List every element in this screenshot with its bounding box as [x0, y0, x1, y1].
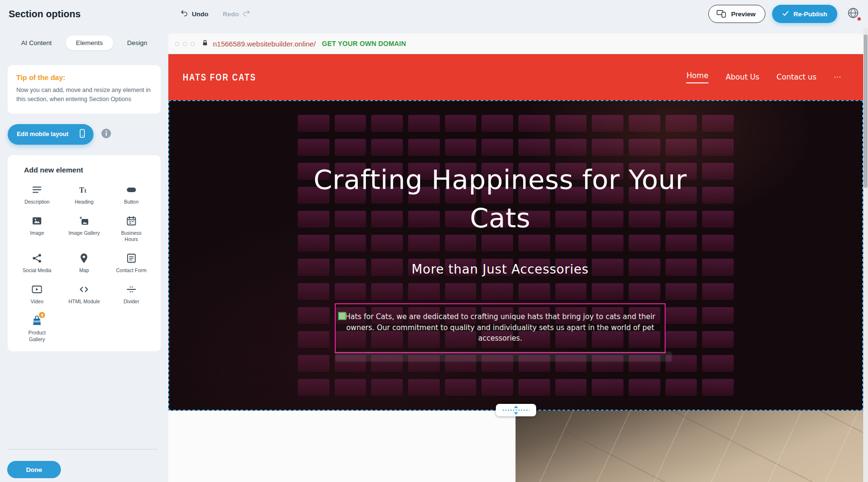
element-image-gallery[interactable]: Image Gallery — [60, 215, 107, 242]
hero-tile — [408, 379, 440, 396]
sidebar-divider — [7, 449, 158, 449]
hero-subtitle[interactable]: More than Just Accessories — [169, 262, 831, 276]
site-preview: HATS FOR CATS Home About Us Contact us ⋯… — [168, 54, 863, 482]
devices-icon — [716, 9, 727, 20]
element-grid: Description Tt Heading Button Image — [13, 184, 155, 343]
redo-button[interactable]: Redo — [223, 9, 251, 19]
element-map[interactable]: Map — [60, 252, 107, 274]
undo-icon — [180, 9, 188, 19]
hero-body-text[interactable]: Hats for Cats, we are dedicated to craft… — [340, 311, 660, 344]
video-icon — [31, 283, 43, 296]
sidebar-tabs: AI Content Elements Design — [8, 34, 161, 51]
notification-dot — [857, 17, 861, 21]
resize-arrows-icon — [501, 405, 531, 415]
site-nav: Home About Us Contact us ⋯ — [686, 71, 841, 83]
tab-elements[interactable]: Elements — [66, 35, 113, 50]
get-domain-link[interactable]: GET YOUR OWN DOMAIN — [322, 40, 406, 47]
republish-button[interactable]: Re-Publish — [772, 5, 837, 23]
hero-content: Crafting Happiness for Your Cats More th… — [169, 101, 831, 353]
undo-redo-group: Undo Redo — [180, 0, 250, 28]
hero-tile — [298, 379, 329, 396]
website-canvas: n1566589.websitebuilder.online/ GET YOUR… — [168, 28, 863, 482]
divider-icon — [125, 283, 138, 296]
element-video[interactable]: Video — [13, 283, 60, 305]
hero-tile — [702, 379, 734, 396]
tab-design[interactable]: Design — [124, 35, 150, 50]
element-social-media[interactable]: Social Media — [13, 252, 60, 274]
page-scrollbar[interactable] — [863, 28, 868, 482]
hero-tile — [592, 379, 623, 396]
undo-button[interactable]: Undo — [180, 9, 209, 19]
done-button[interactable]: Done — [7, 461, 61, 478]
add-element-title: Add new element — [24, 166, 155, 174]
element-image[interactable]: Image — [13, 215, 60, 242]
edit-mobile-layout-button[interactable]: Edit mobile layout — [8, 124, 94, 145]
hero-tile — [555, 379, 587, 396]
hero-tile — [371, 379, 403, 396]
hero-text-element-selected[interactable]: Hats for Cats, we are dedicated to craft… — [335, 303, 666, 353]
section-options-sidebar: AI Content Elements Design Tip of the da… — [0, 28, 168, 482]
svg-text:SHOP: SHOP — [34, 321, 40, 323]
nav-about-us[interactable]: About Us — [726, 73, 759, 81]
hero-tile — [702, 355, 734, 372]
info-icon[interactable] — [101, 128, 112, 141]
nav-more-icon[interactable]: ⋯ — [834, 73, 842, 81]
element-description[interactable]: Description — [13, 184, 60, 205]
element-divider[interactable]: Divider — [108, 283, 155, 305]
tip-of-the-day-card: Tip of the day: Now you can add, move an… — [8, 65, 161, 114]
redo-icon — [242, 9, 250, 19]
element-business-hours[interactable]: Business Hours — [108, 215, 155, 242]
element-contact-form[interactable]: Contact Form — [108, 252, 155, 274]
image-icon — [31, 215, 43, 227]
window-dots-icon — [175, 42, 195, 46]
preview-button[interactable]: Preview — [708, 5, 765, 23]
map-icon — [78, 252, 90, 264]
lock-icon — [201, 39, 209, 48]
redo-label: Redo — [223, 11, 239, 18]
mobile-layout-row: Edit mobile layout — [8, 124, 161, 145]
scrollbar-thumb[interactable] — [864, 34, 868, 188]
contact-form-icon — [125, 252, 138, 264]
description-icon — [31, 184, 43, 196]
element-heading[interactable]: Tt Heading — [60, 184, 107, 205]
hero-title[interactable]: Crafting Happiness for Your Cats — [304, 161, 697, 237]
preview-label: Preview — [731, 11, 755, 18]
business-hours-icon — [125, 215, 138, 227]
undo-label: Undo — [192, 11, 209, 18]
hero-tile — [445, 379, 477, 396]
element-product-gallery[interactable]: SHOP Product Gallery — [13, 314, 60, 342]
phone-icon — [77, 128, 87, 140]
nav-home[interactable]: Home — [686, 71, 708, 83]
site-url[interactable]: n1566589.websitebuilder.online/ — [213, 40, 316, 48]
check-icon — [782, 11, 789, 18]
social-media-icon — [31, 252, 43, 264]
next-section[interactable] — [168, 411, 863, 482]
hero-tile — [518, 379, 550, 396]
site-logo[interactable]: HATS FOR CATS — [183, 71, 256, 82]
site-header: HATS FOR CATS Home About Us Contact us ⋯ — [168, 54, 863, 100]
upgrade-badge-icon — [39, 312, 45, 318]
image-gallery-icon — [78, 215, 90, 227]
hero-section-selected[interactable]: Crafting Happiness for Your Cats More th… — [168, 100, 863, 411]
hero-tile — [335, 379, 366, 396]
svg-text:T: T — [79, 186, 84, 194]
hero-tile — [629, 379, 660, 396]
hero-tile — [298, 355, 329, 372]
hero-tile — [666, 379, 697, 396]
tip-title: Tip of the day: — [16, 73, 152, 81]
nav-contact-us[interactable]: Contact us — [776, 73, 816, 81]
page-title: Section options — [9, 9, 81, 20]
add-element-panel: Add new element Description Tt Heading B… — [8, 155, 161, 351]
browser-bar: n1566589.websitebuilder.online/ GET YOUR… — [168, 34, 863, 54]
button-icon — [125, 184, 138, 196]
element-button[interactable]: Button — [108, 184, 155, 205]
svg-text:t: t — [84, 187, 86, 194]
floor-photo — [516, 411, 863, 482]
element-html-module[interactable]: HTML Module — [60, 283, 107, 305]
element-drop-indicator — [335, 352, 672, 362]
hero-tile — [481, 379, 513, 396]
element-drag-handle[interactable] — [338, 312, 346, 320]
tab-ai-content[interactable]: AI Content — [18, 35, 55, 50]
language-button[interactable] — [844, 5, 862, 23]
section-resize-handle[interactable] — [496, 404, 536, 416]
